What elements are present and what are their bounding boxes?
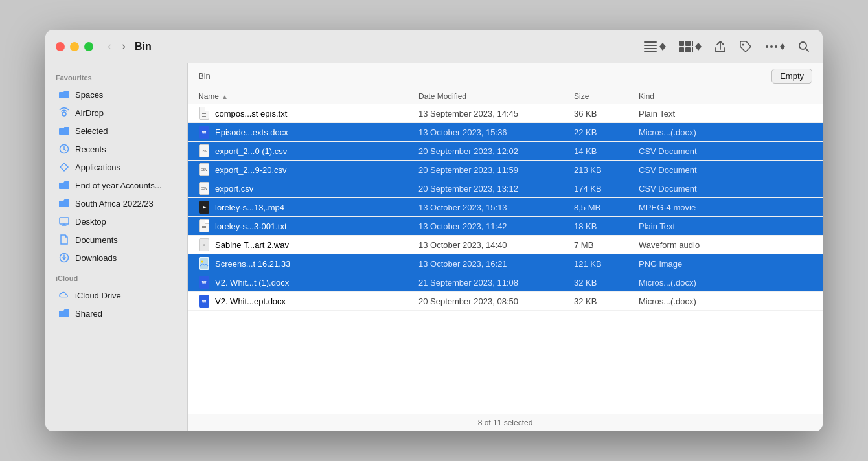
- file-icon: ▶: [198, 201, 210, 214]
- svg-point-16: [770, 45, 773, 48]
- table-row[interactable]: loreley-s...3-001.txt 13 October 2023, 1…: [188, 217, 823, 236]
- empty-button[interactable]: Empty: [771, 69, 812, 84]
- file-icon: [198, 219, 210, 232]
- table-row[interactable]: CSV export_2...9-20.csv 20 September 202…: [188, 161, 823, 179]
- applications-icon: [58, 161, 70, 173]
- sort-arrow: ▲: [222, 93, 228, 100]
- file-size: 36 KB: [574, 109, 639, 118]
- file-size: 8,5 MB: [574, 203, 639, 212]
- main-content: Bin Empty Name ▲ Date Modified Size: [188, 63, 823, 431]
- table-row[interactable]: ♫ Sabine T...art 2.wav 13 October 2023, …: [188, 236, 823, 254]
- minimize-button[interactable]: [70, 42, 79, 51]
- file-date: 13 October 2023, 16:21: [418, 259, 574, 269]
- svg-rect-2: [644, 48, 657, 49]
- file-date: 13 September 2023, 14:45: [418, 109, 574, 118]
- sidebar-item-applications[interactable]: Applications: [48, 158, 185, 176]
- table-row[interactable]: W V2. Whit...t (1).docx 21 September 202…: [188, 273, 823, 292]
- status-bar: 8 of 11 selected: [188, 414, 823, 431]
- svg-marker-12: [695, 43, 702, 47]
- sidebar-item-label: Recents: [75, 144, 106, 154]
- table-row[interactable]: compos...st epis.txt 13 September 2023, …: [188, 104, 823, 123]
- traffic-lights: [56, 42, 93, 51]
- icloud-label: iCloud: [45, 275, 187, 286]
- table-row[interactable]: CSV export.csv 20 September 2023, 13:12 …: [188, 179, 823, 198]
- svg-point-15: [766, 45, 768, 48]
- svg-point-28: [201, 261, 203, 263]
- tag-icon[interactable]: [737, 38, 755, 56]
- sidebar-item-recents[interactable]: Recents: [48, 140, 185, 158]
- file-size: 121 KB: [574, 259, 639, 269]
- sidebar: Favourites Spaces AirDrop: [45, 63, 188, 431]
- desktop-icon: [58, 216, 70, 227]
- svg-rect-9: [679, 47, 684, 52]
- folder-icon: [58, 125, 70, 137]
- svg-point-14: [742, 43, 744, 45]
- svg-marker-18: [780, 43, 785, 47]
- sidebar-item-label: South Africa 2022/23: [75, 199, 154, 208]
- file-kind: Plain Text: [639, 221, 812, 231]
- search-icon[interactable]: [795, 38, 812, 55]
- window-body: Favourites Spaces AirDrop: [45, 63, 823, 431]
- table-header: Name ▲ Date Modified Size Kind: [188, 89, 823, 104]
- file-kind: Waveform audio: [639, 240, 812, 250]
- sidebar-item-downloads[interactable]: Downloads: [48, 249, 185, 267]
- file-name: loreley-s...13,.mp4: [215, 203, 284, 212]
- status-text: 8 of 11 selected: [478, 418, 533, 427]
- file-name: V2. Whit...ept.docx: [215, 297, 286, 306]
- shared-folder-icon: [58, 308, 70, 319]
- table-row[interactable]: CSV export_2...0 (1).csv 20 September 20…: [188, 142, 823, 161]
- titlebar: ‹ › Bin: [45, 30, 823, 63]
- sidebar-item-label: Documents: [75, 235, 118, 245]
- svg-rect-0: [644, 41, 657, 43]
- table-row[interactable]: Screens...t 16.21.33 13 October 2023, 16…: [188, 254, 823, 273]
- share-icon[interactable]: [712, 38, 729, 56]
- file-name: export_2...9-20.csv: [215, 165, 287, 175]
- name-column-header[interactable]: Name ▲: [198, 92, 418, 101]
- location-label: Bin: [198, 71, 211, 81]
- file-date: 21 September 2023, 11:08: [418, 278, 574, 287]
- sidebar-item-selected[interactable]: Selected: [48, 122, 185, 140]
- file-kind: CSV Document: [639, 165, 812, 175]
- sidebar-item-desktop[interactable]: Desktop: [48, 212, 185, 231]
- sidebar-item-label: End of year Accounts...: [75, 181, 162, 190]
- sidebar-item-label: Applications: [75, 163, 120, 172]
- grid-view-icon[interactable]: [676, 38, 704, 55]
- sidebar-item-end-of-year[interactable]: End of year Accounts...: [48, 176, 185, 194]
- file-size: 14 KB: [574, 146, 639, 156]
- sidebar-item-airdrop[interactable]: AirDrop: [48, 104, 185, 122]
- sidebar-item-icloud-drive[interactable]: iCloud Drive: [48, 286, 185, 304]
- sidebar-item-spaces[interactable]: Spaces: [48, 85, 185, 104]
- table-row[interactable]: W V2. Whit...ept.docx 20 September 2023,…: [188, 292, 823, 311]
- back-button[interactable]: ‹: [104, 38, 115, 54]
- sidebar-item-label: iCloud Drive: [75, 291, 121, 300]
- file-size: 7 MB: [574, 240, 639, 250]
- svg-rect-27: [200, 258, 208, 269]
- svg-rect-7: [685, 41, 691, 46]
- sidebar-item-shared[interactable]: Shared: [48, 304, 185, 322]
- svg-rect-24: [60, 218, 69, 224]
- kind-column-header[interactable]: Kind: [639, 92, 812, 101]
- window-title: Bin: [135, 41, 641, 52]
- date-column-header[interactable]: Date Modified: [418, 92, 574, 101]
- cloud-icon: [58, 289, 70, 301]
- clock-icon: [58, 143, 70, 155]
- file-rows: compos...st epis.txt 13 September 2023, …: [188, 104, 823, 311]
- svg-rect-11: [692, 47, 693, 52]
- maximize-button[interactable]: [84, 42, 93, 51]
- file-kind: MPEG-4 movie: [639, 203, 812, 212]
- forward-button[interactable]: ›: [118, 38, 130, 54]
- close-button[interactable]: [56, 42, 65, 51]
- svg-point-22: [62, 112, 66, 116]
- sidebar-item-south-africa[interactable]: South Africa 2022/23: [48, 194, 185, 212]
- sidebar-item-documents[interactable]: Documents: [48, 231, 185, 249]
- svg-marker-13: [695, 47, 702, 51]
- svg-marker-19: [780, 47, 785, 50]
- size-column-header[interactable]: Size: [574, 92, 639, 101]
- more-icon[interactable]: [762, 41, 788, 52]
- table-row[interactable]: ▶ loreley-s...13,.mp4 13 October 2023, 1…: [188, 198, 823, 217]
- table-row[interactable]: W Episode...exts.docx 13 October 2023, 1…: [188, 123, 823, 142]
- list-view-icon[interactable]: [641, 39, 668, 54]
- svg-line-21: [806, 48, 809, 51]
- file-kind: PNG image: [639, 259, 812, 269]
- file-kind: Micros...(.docx): [639, 297, 812, 306]
